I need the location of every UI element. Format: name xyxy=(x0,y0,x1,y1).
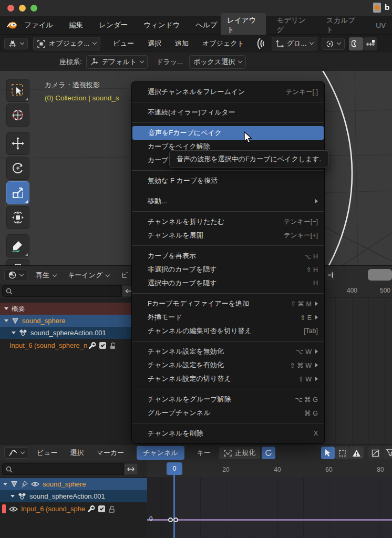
channel-enable-checkbox[interactable] xyxy=(98,505,105,512)
modifier-wrench-icon[interactable] xyxy=(88,342,96,349)
tool-rotate[interactable] xyxy=(6,157,29,180)
fcurve-line[interactable] xyxy=(147,519,392,521)
channel-row-object[interactable]: sound_sphere xyxy=(0,315,147,327)
menu-item[interactable]: チャンネルを削除 X xyxy=(132,427,324,440)
expander-triangle-icon[interactable] xyxy=(3,483,7,485)
tool-measure[interactable] xyxy=(6,259,29,265)
editor-type-button[interactable] xyxy=(4,447,28,459)
tool-transform[interactable] xyxy=(6,206,29,229)
transform-orientation-dropdown[interactable]: グロ... xyxy=(272,37,317,50)
keyframe-point[interactable] xyxy=(168,518,173,522)
graph-editor-menu-item[interactable]: マーカー xyxy=(97,448,125,458)
menu-item[interactable]: 音声をFカーブにベイク xyxy=(132,126,324,140)
graph-editor-menu-item[interactable]: ビュー xyxy=(37,448,58,458)
tool-annotate[interactable] xyxy=(6,234,29,257)
select-mode-dropdown[interactable]: ボックス選択 xyxy=(189,55,246,69)
channel-enable-checkbox[interactable] xyxy=(99,342,106,349)
menu-item[interactable]: 選択チャンネルをフレームイン テンキー[.] xyxy=(132,85,324,99)
menu-item[interactable] xyxy=(132,122,324,123)
unlock-icon[interactable] xyxy=(108,505,115,513)
menu-item[interactable]: Fカーブモディファイアーを追加 ⇧ ⌘ M xyxy=(132,297,324,311)
keyframe-point[interactable] xyxy=(173,518,178,522)
viewport-menu-item[interactable]: ビュー xyxy=(113,39,134,48)
menu-item[interactable] xyxy=(132,102,324,102)
select-cursor-toggle[interactable] xyxy=(321,447,335,459)
menu-item[interactable]: チャンネル設定を無効化 ⌥ W xyxy=(132,345,324,358)
unlock-icon[interactable] xyxy=(109,342,116,349)
menu-item[interactable] xyxy=(132,389,324,389)
warning-button[interactable] xyxy=(349,447,364,459)
editor-type-button[interactable] xyxy=(4,269,27,281)
channel-search-field[interactable] xyxy=(2,463,124,475)
menu-item[interactable] xyxy=(132,293,324,294)
pivot-point-dropdown[interactable] xyxy=(322,38,345,50)
menu-item[interactable]: 無効な F カーブを復活 xyxy=(132,174,324,188)
menu-item[interactable]: グループチャンネル ⌘ G xyxy=(132,406,324,420)
expander-triangle-icon[interactable] xyxy=(4,307,8,310)
auto-normalize-refresh-button[interactable] xyxy=(262,447,275,459)
channel-search-field[interactable] xyxy=(2,285,122,297)
channel-row-action[interactable]: sound_sphereAction.001 xyxy=(0,490,147,502)
modifier-wrench-icon[interactable] xyxy=(87,505,95,513)
menu-item[interactable]: チャンネルの編集可否を切り替え [Tab] xyxy=(132,324,324,338)
minimize-window-button[interactable] xyxy=(19,5,26,12)
viewport-menu-item[interactable]: 選択 xyxy=(148,39,161,48)
expander-triangle-icon[interactable] xyxy=(12,332,16,334)
filter-button[interactable] xyxy=(383,447,392,459)
zoom-window-button[interactable] xyxy=(30,5,37,12)
menu-item[interactable]: 不連続(オイラー)フィルター xyxy=(132,106,324,119)
channel-row-fcurve[interactable]: Input_6 (sound_sphe xyxy=(0,502,147,515)
menu-item[interactable]: チャンネルをグループ解除 ⌥ ⌘ G xyxy=(132,392,324,406)
channel-row-fcurve[interactable]: Input_6 (sound_sphere_n xyxy=(0,339,147,352)
coordinate-system-dropdown[interactable]: デフォルト xyxy=(86,55,148,69)
graph-curve-area[interactable] xyxy=(147,477,392,538)
pin-icon[interactable] xyxy=(21,481,28,488)
menu-item[interactable] xyxy=(132,423,324,423)
graph-ruler[interactable]: 20 40 60 80 xyxy=(147,461,392,477)
viewport-menu-item[interactable]: オブジェクト xyxy=(202,39,244,48)
menu-item[interactable] xyxy=(132,191,324,191)
workspace-tab[interactable]: UV xyxy=(369,19,392,32)
viewport-menu-item[interactable]: 追加 xyxy=(175,39,189,48)
app-menu-item[interactable]: ヘルプ xyxy=(195,20,217,30)
menu-item[interactable] xyxy=(132,211,324,212)
menu-item[interactable]: 移動... xyxy=(132,194,324,208)
proportional-editing-icon[interactable] xyxy=(252,38,264,49)
workspace-tab[interactable]: モデリング xyxy=(270,13,315,37)
menu-item[interactable]: 外挿モード ⇧ E xyxy=(132,311,324,324)
menu-item[interactable]: カーブを再表示 ⌥ H xyxy=(132,249,324,263)
menu-item[interactable] xyxy=(132,341,324,342)
snap-target-button[interactable] xyxy=(363,37,377,50)
eye-icon[interactable] xyxy=(9,506,18,512)
expander-triangle-icon[interactable] xyxy=(11,495,15,498)
tool-scale[interactable] xyxy=(6,181,29,204)
jump-to-keyframe-button[interactable] xyxy=(325,270,335,281)
tool-cursor[interactable] xyxy=(6,104,29,127)
menu-item[interactable]: チャンネルを展開 テンキー[+] xyxy=(132,229,324,242)
menu-item[interactable]: チャンネルを折りたたむ テンキー[−] xyxy=(132,215,324,229)
dope-sheet-menu-item[interactable]: 再生 xyxy=(36,271,56,280)
app-menu-item[interactable]: 編集 xyxy=(69,20,83,30)
workspace-tab[interactable]: スカルプト xyxy=(320,13,365,37)
graph-editor-menu-item[interactable]: 選択 xyxy=(70,448,84,458)
workspace-tab[interactable]: レイアウト xyxy=(221,13,266,37)
channel-row-object[interactable]: sound_sphere xyxy=(0,478,147,490)
menu-item[interactable] xyxy=(132,245,324,246)
app-menu-item[interactable]: ウィンドウ xyxy=(143,20,180,30)
menu-item[interactable]: チャンネル設定を有効化 ⇧ ⌘ W xyxy=(132,358,324,372)
playhead-frame-indicator[interactable]: 0 xyxy=(167,462,182,475)
snap-toggle-button[interactable] xyxy=(349,37,363,50)
tool-move[interactable] xyxy=(6,132,29,155)
app-menu-item[interactable]: レンダー xyxy=(99,20,128,30)
menu-item[interactable] xyxy=(132,170,324,171)
close-window-button[interactable] xyxy=(7,5,14,12)
tool-select-box[interactable] xyxy=(6,79,29,102)
graph-editor-menu-item[interactable]: チャンネル xyxy=(137,446,184,460)
expander-triangle-icon[interactable] xyxy=(4,319,8,322)
mode-dropdown[interactable]: オブジェク... xyxy=(33,37,100,50)
channel-row-summary[interactable]: 概要 xyxy=(0,303,147,315)
menu-item[interactable]: 非選択のカーブを隠す ⇧ H xyxy=(132,263,324,276)
dope-sheet-menu-item[interactable]: キーイング xyxy=(68,271,109,280)
playhead-line[interactable] xyxy=(173,475,175,538)
app-menu-item[interactable]: ファイル xyxy=(24,20,53,30)
